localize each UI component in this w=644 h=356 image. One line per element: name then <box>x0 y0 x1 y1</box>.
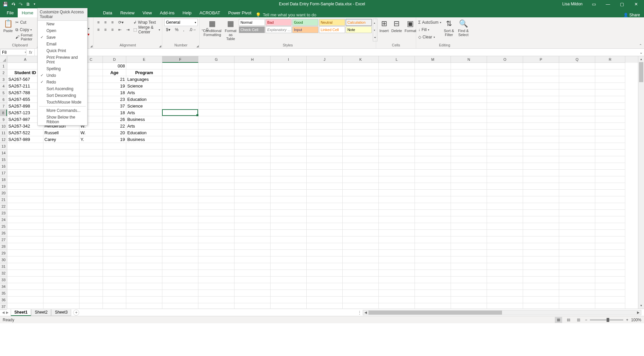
cell-F11[interactable] <box>162 130 198 136</box>
cell-O10[interactable] <box>487 123 523 130</box>
cell-P25[interactable] <box>523 223 559 230</box>
cell-A32[interactable] <box>7 270 43 277</box>
cell-H21[interactable] <box>234 196 271 203</box>
style-input[interactable]: Input <box>292 26 318 33</box>
cell-Q29[interactable] <box>559 250 595 256</box>
cell-H18[interactable] <box>234 176 271 183</box>
cell-J5[interactable] <box>307 90 343 96</box>
cell-B32[interactable] <box>43 270 79 277</box>
cell-L28[interactable] <box>379 243 415 250</box>
row-header-28[interactable]: 28 <box>0 243 7 250</box>
cell-P7[interactable] <box>523 103 559 110</box>
expand-formula-bar[interactable]: ⌄ <box>638 49 644 56</box>
cell-R23[interactable] <box>595 210 625 216</box>
cell-A11[interactable]: SA267-522 <box>7 130 43 136</box>
cell-I1[interactable] <box>271 63 307 69</box>
cell-P2[interactable] <box>523 69 559 76</box>
cell-Q25[interactable] <box>559 223 595 230</box>
cell-C30[interactable] <box>79 256 103 263</box>
cell-P29[interactable] <box>523 250 559 256</box>
cell-N28[interactable] <box>451 243 487 250</box>
cell-H30[interactable] <box>234 256 271 263</box>
cell-N20[interactable] <box>451 190 487 196</box>
cell-L8[interactable] <box>379 110 415 116</box>
cell-O30[interactable] <box>487 256 523 263</box>
cell-B35[interactable] <box>43 290 79 297</box>
cell-D6[interactable]: 23 <box>103 96 126 103</box>
cell-L31[interactable] <box>379 263 415 270</box>
cell-E10[interactable]: Arts <box>126 123 162 130</box>
cell-R9[interactable] <box>595 116 625 123</box>
cell-E6[interactable]: Education <box>126 96 162 103</box>
qat-item-sort-ascending[interactable]: Sort Ascending <box>38 85 87 92</box>
cell-E21[interactable] <box>126 196 162 203</box>
cell-H8[interactable] <box>234 110 271 116</box>
cell-K15[interactable] <box>343 156 379 163</box>
comma-format-button[interactable]: , <box>181 27 186 33</box>
cell-F24[interactable] <box>162 216 198 223</box>
cell-M3[interactable] <box>415 76 451 83</box>
scroll-right-button[interactable]: ▶ <box>636 311 641 314</box>
cell-A13[interactable] <box>7 143 43 150</box>
cell-Q17[interactable] <box>559 170 595 176</box>
cell-F4[interactable] <box>162 83 198 90</box>
cell-N5[interactable] <box>451 90 487 96</box>
cell-Q27[interactable] <box>559 236 595 243</box>
cell-L34[interactable] <box>379 283 415 290</box>
cell-H20[interactable] <box>234 190 271 196</box>
cell-A29[interactable] <box>7 250 43 256</box>
cell-O34[interactable] <box>487 283 523 290</box>
cell-Q11[interactable] <box>559 130 595 136</box>
cell-I15[interactable] <box>271 156 307 163</box>
cell-R8[interactable] <box>595 110 625 116</box>
cell-R29[interactable] <box>595 250 625 256</box>
format-as-table-button[interactable]: ▦ Format as Table <box>223 19 238 41</box>
row-header-7[interactable]: 7 <box>0 103 7 110</box>
copy-button[interactable]: ⧉Copy▾ <box>15 26 38 33</box>
cell-H24[interactable] <box>234 216 271 223</box>
cell-M2[interactable] <box>415 69 451 76</box>
cell-D16[interactable] <box>103 163 126 170</box>
cell-H6[interactable] <box>234 96 271 103</box>
row-header-29[interactable]: 29 <box>0 250 7 256</box>
cell-E24[interactable] <box>126 216 162 223</box>
cell-J15[interactable] <box>307 156 343 163</box>
cell-I26[interactable] <box>271 230 307 236</box>
cell-P23[interactable] <box>523 210 559 216</box>
tab-add-ins[interactable]: Add-ins <box>156 8 179 17</box>
cell-H27[interactable] <box>234 236 271 243</box>
row-header-4[interactable]: 4 <box>0 83 7 90</box>
cell-P15[interactable] <box>523 156 559 163</box>
cell-J22[interactable] <box>307 203 343 210</box>
cell-N15[interactable] <box>451 156 487 163</box>
cell-A12[interactable]: SA267-989 <box>7 136 43 143</box>
cell-Q16[interactable] <box>559 163 595 170</box>
cell-B24[interactable] <box>43 216 79 223</box>
zoom-level[interactable]: 100% <box>631 318 641 322</box>
cell-O5[interactable] <box>487 90 523 96</box>
cell-L5[interactable] <box>379 90 415 96</box>
cell-K2[interactable] <box>343 69 379 76</box>
cell-K36[interactable] <box>343 297 379 303</box>
share-button[interactable]: 👤 Share <box>623 13 640 17</box>
cell-K16[interactable] <box>343 163 379 170</box>
cell-A21[interactable] <box>7 196 43 203</box>
cell-M37[interactable] <box>415 303 451 309</box>
cell-C14[interactable] <box>79 150 103 156</box>
sheet-tab-sheet3[interactable]: Sheet3 <box>51 309 71 316</box>
cell-I27[interactable] <box>271 236 307 243</box>
cell-C25[interactable] <box>79 223 103 230</box>
cell-P28[interactable] <box>523 243 559 250</box>
cell-J34[interactable] <box>307 283 343 290</box>
cell-M36[interactable] <box>415 297 451 303</box>
cell-B23[interactable] <box>43 210 79 216</box>
cell-F19[interactable] <box>162 183 198 190</box>
cell-E37[interactable] <box>126 303 162 309</box>
cell-D34[interactable] <box>103 283 126 290</box>
cell-M4[interactable] <box>415 83 451 90</box>
cell-K13[interactable] <box>343 143 379 150</box>
cell-M1[interactable] <box>415 63 451 69</box>
cell-M6[interactable] <box>415 96 451 103</box>
cell-E35[interactable] <box>126 290 162 297</box>
cell-D1[interactable]: 008 <box>103 63 126 69</box>
